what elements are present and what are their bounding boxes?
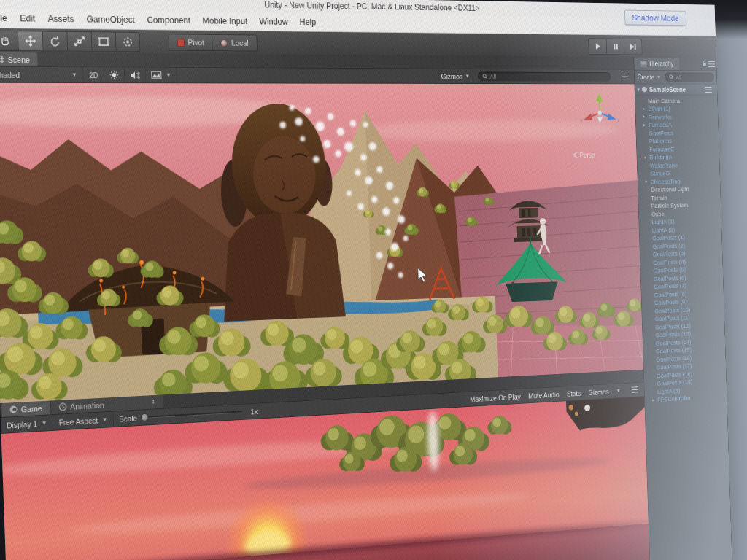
- pause-button[interactable]: [606, 39, 624, 55]
- tab-game[interactable]: Game: [1, 401, 50, 417]
- local-icon: [220, 39, 228, 47]
- hierarchy-create-row: Create ▼ All: [635, 71, 717, 85]
- menu-item-file[interactable]: File: [0, 13, 14, 23]
- play-icon: [595, 43, 601, 50]
- rotate-tool-icon: [48, 36, 63, 47]
- step-icon: [630, 43, 637, 50]
- toggle-2d-button[interactable]: 2D: [83, 67, 105, 82]
- lighting-icon: [110, 70, 120, 79]
- panel-menu-icon[interactable]: [708, 61, 715, 66]
- chevron-down-icon: ▼: [166, 72, 171, 79]
- scene-gizmos-dropdown[interactable]: Gizmos: [441, 72, 462, 80]
- scale-tool-button[interactable]: [67, 31, 92, 52]
- menu-item-edit[interactable]: Edit: [13, 13, 42, 23]
- game-view-icon: [9, 405, 18, 414]
- scale-slider-track[interactable]: [142, 411, 242, 419]
- game-stats-button[interactable]: Stats: [567, 389, 581, 397]
- updown-icon: ⇕: [151, 399, 156, 405]
- chevron-expand-icon: ▾: [637, 86, 639, 92]
- display-dropdown[interactable]: Display 1▼: [1, 415, 54, 433]
- hierarchy-item[interactable]: ▸Fireworks: [635, 112, 718, 121]
- hierarchy-panel: Hierarchy Create ▼ All ▾: [634, 57, 732, 560]
- hierarchy-item[interactable]: ▸FurnaceA: [636, 120, 719, 129]
- window-title: Unity - New Unity Project - PC, Mac & Li…: [264, 0, 480, 13]
- local-button[interactable]: Local: [212, 34, 257, 52]
- pivot-button[interactable]: Pivot: [168, 34, 213, 51]
- pause-icon: [612, 43, 619, 50]
- search-icon: [482, 74, 487, 79]
- play-button[interactable]: [588, 38, 607, 55]
- views-column: Scene Shaded▼ 2D: [0, 52, 651, 560]
- scene-viewport-render: x z Persp: [0, 83, 643, 403]
- chevron-down-icon: ▼: [42, 420, 47, 427]
- axis-z-label: z: [617, 117, 619, 123]
- game-gizmos-button[interactable]: Gizmos: [588, 387, 608, 396]
- rotate-tool-button[interactable]: [43, 31, 69, 52]
- menu-item-window[interactable]: Window: [253, 17, 294, 27]
- axis-x-label: x: [580, 117, 582, 123]
- transform-tool-icon: [120, 36, 134, 48]
- chevron-down-icon: ▼: [71, 71, 77, 78]
- chevron-down-icon: ▼: [465, 73, 471, 79]
- photo-of-monitor: { "window": { "title": "Unity - New Unit…: [0, 0, 747, 560]
- chevron-down-icon: ▼: [616, 388, 621, 394]
- hand-tool-icon: [0, 35, 13, 47]
- lighting-toggle-button[interactable]: [104, 68, 125, 83]
- move-tool-icon: [23, 35, 38, 47]
- step-button[interactable]: [624, 39, 643, 55]
- hierarchy-item[interactable]: Main Camera: [635, 96, 718, 104]
- shading-mode-dropdown[interactable]: Shaded▼: [0, 67, 84, 82]
- scene-toolbar-right: Gizmos ▼ All: [441, 69, 632, 84]
- rect-tool-icon: [96, 36, 110, 47]
- pivot-icon: [177, 39, 185, 47]
- clock-icon: [59, 402, 67, 411]
- hierarchy-icon: [641, 61, 647, 66]
- create-dropdown[interactable]: Create ▼: [638, 74, 662, 81]
- panel-menu-icon[interactable]: [632, 386, 639, 393]
- game-mute-audio-button[interactable]: Mute Audio: [528, 390, 560, 400]
- scale-slider-knob[interactable]: [141, 413, 149, 421]
- svg-text:Persp: Persp: [580, 152, 595, 159]
- lock-icon[interactable]: [702, 61, 706, 67]
- panel-menu-icon[interactable]: [622, 74, 629, 79]
- monitor-screen: Unity - New Unity Project - PC, Mac & Li…: [0, 0, 732, 560]
- scene-search-input[interactable]: All: [478, 71, 611, 81]
- transform-tool-button[interactable]: [116, 32, 141, 52]
- move-tool-button[interactable]: [18, 31, 44, 51]
- scene-grid-icon: [0, 55, 4, 63]
- pivot-local-group: Pivot Local: [168, 34, 257, 51]
- hierarchy-scene-header[interactable]: ▾ SampleScene: [635, 84, 717, 95]
- menu-item-mobile-input[interactable]: Mobile Input: [196, 16, 253, 26]
- scene-toolbar: Shaded▼ 2D ▼ Gizmos: [0, 67, 634, 85]
- workspace: Scene Shaded▼ 2D: [0, 52, 732, 560]
- panel-menu-icon[interactable]: [705, 87, 711, 93]
- search-icon: [669, 74, 673, 79]
- tab-hierarchy[interactable]: Hierarchy: [635, 58, 680, 70]
- hierarchy-item[interactable]: ▸Ethan (1): [635, 104, 718, 112]
- menu-item-assets[interactable]: Assets: [42, 14, 81, 25]
- tab-scene[interactable]: Scene: [0, 52, 38, 66]
- hierarchy-search-input[interactable]: All: [665, 72, 714, 82]
- rect-tool-button[interactable]: [92, 31, 117, 52]
- chevron-down-icon: ▼: [657, 74, 661, 80]
- shadow-mode-button[interactable]: Shadow Mode: [624, 10, 686, 26]
- effects-icon: [152, 71, 162, 79]
- unity-scene-icon: [642, 86, 647, 92]
- menu-item-component[interactable]: Component: [141, 15, 197, 26]
- effects-dropdown[interactable]: ▼: [146, 68, 177, 82]
- audio-toggle-button[interactable]: [125, 68, 147, 83]
- hierarchy-list: Main Camera▸Ethan (1)▸Fireworks▸FurnaceA…: [635, 95, 732, 560]
- menu-item-help[interactable]: Help: [294, 17, 322, 27]
- chevron-down-icon: ▼: [102, 416, 108, 423]
- game-maximize-on-play-button[interactable]: Maximize On Play: [470, 392, 521, 403]
- playback-controls: [588, 38, 642, 55]
- audio-icon: [131, 71, 140, 79]
- menu-item-gameobject[interactable]: GameObject: [80, 14, 142, 25]
- hierarchy-tabbar: Hierarchy: [634, 57, 716, 71]
- scale-tool-icon: [72, 36, 87, 47]
- transform-tools-group: [0, 31, 140, 52]
- scene-viewport[interactable]: x z Persp: [0, 83, 643, 403]
- menu-items: FileEditAssetsGameObjectComponentMobile …: [0, 13, 322, 27]
- hand-tool-button[interactable]: [0, 31, 19, 51]
